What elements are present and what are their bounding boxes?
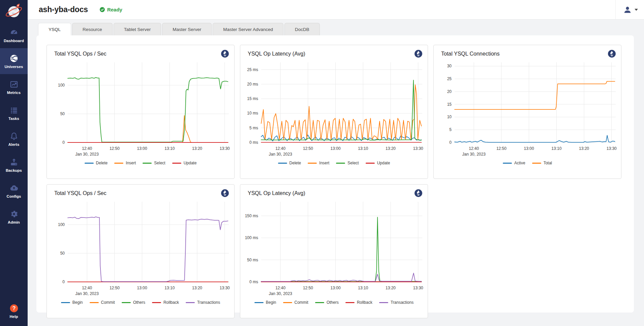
sidebar-item-alerts[interactable]: Alerts — [0, 126, 28, 152]
user-menu[interactable] — [615, 0, 638, 19]
svg-text:Jan 30, 2023: Jan 30, 2023 — [75, 152, 99, 157]
yugabyte-logo[interactable] — [0, 0, 28, 22]
sidebar-item-label: Metrics — [7, 91, 21, 95]
legend-item-active[interactable]: Active — [503, 161, 525, 165]
tab-tablet-server[interactable]: Tablet Server — [114, 23, 161, 35]
legend-item-others[interactable]: Others — [122, 300, 145, 305]
svg-text:13:30: 13:30 — [220, 286, 230, 290]
sidebar-item-metrics[interactable]: Metrics — [0, 74, 28, 100]
legend-swatch — [172, 163, 181, 164]
legend-label: Active — [514, 161, 525, 165]
legend-swatch — [532, 163, 541, 164]
svg-text:10: 10 — [447, 115, 452, 119]
svg-text:12:40: 12:40 — [275, 286, 285, 290]
legend-label: Insert — [126, 161, 136, 165]
legend-label: Delete — [289, 161, 301, 165]
tab-master-server[interactable]: Master Server — [162, 23, 212, 35]
legend-item-rollback[interactable]: Rollback — [345, 300, 372, 305]
svg-text:150 ms: 150 ms — [245, 214, 258, 218]
legend-label: Insert — [319, 161, 329, 165]
page-title: ash-yba-docs — [39, 5, 88, 14]
legend-swatch — [278, 163, 287, 164]
svg-text:Jan 30, 2023: Jan 30, 2023 — [269, 291, 292, 296]
svg-text:0 ms: 0 ms — [249, 280, 258, 284]
prometheus-icon[interactable] — [221, 189, 229, 197]
legend-item-total[interactable]: Total — [532, 161, 552, 165]
chart-legend: ActiveTotal — [434, 161, 621, 165]
legend-item-update[interactable]: Update — [172, 161, 197, 165]
legend-item-begin[interactable]: Begin — [254, 300, 276, 305]
prometheus-icon[interactable] — [414, 189, 423, 197]
legend-item-insert[interactable]: Insert — [308, 161, 329, 165]
tab-ysql[interactable]: YSQL — [38, 23, 71, 35]
legend-item-delete[interactable]: Delete — [85, 161, 108, 165]
sidebar-item-dashboard[interactable]: Dashboard — [0, 22, 28, 48]
legend-item-transactions[interactable]: Transactions — [379, 300, 413, 305]
sidebar-item-admin[interactable]: Admin — [0, 204, 28, 230]
svg-text:12:40: 12:40 — [82, 146, 92, 151]
sidebar-item-help[interactable]: ? Help — [0, 298, 28, 324]
svg-text:Jan 30, 2023: Jan 30, 2023 — [269, 152, 292, 157]
svg-text:13:00: 13:00 — [137, 146, 147, 151]
legend-label: Total — [544, 161, 552, 165]
prometheus-icon[interactable] — [608, 50, 616, 58]
legend-swatch — [366, 163, 375, 164]
legend-item-begin[interactable]: Begin — [61, 300, 83, 305]
chart-card-total-ysql-connections: Total YSQL Connections 05101520253012:40… — [433, 45, 621, 179]
legend-item-update[interactable]: Update — [366, 161, 390, 165]
globe-icon — [9, 54, 19, 63]
tab-resource[interactable]: Resource — [72, 23, 113, 35]
chart-canvas: 0 ms50 ms100 ms150 ms12:40Jan 30, 202312… — [240, 197, 428, 299]
svg-text:12:40: 12:40 — [469, 146, 479, 151]
legend-swatch — [85, 163, 94, 164]
chart-title: Total YSQL Ops / Sec — [47, 45, 234, 58]
sidebar-item-universes[interactable]: Universes — [0, 48, 28, 74]
legend-label: Rollback — [357, 300, 372, 305]
prometheus-icon[interactable] — [414, 50, 423, 58]
sidebar-item-label: Admin — [8, 220, 20, 224]
legend-item-transactions[interactable]: Transactions — [186, 300, 220, 305]
person-icon — [623, 5, 632, 14]
legend-label: Others — [327, 300, 339, 305]
svg-text:Jan 30, 2023: Jan 30, 2023 — [462, 152, 486, 157]
chart-icon — [9, 80, 19, 89]
sidebar-item-backups[interactable]: Backups — [0, 152, 28, 178]
prometheus-icon[interactable] — [221, 50, 229, 58]
sidebar-item-tasks[interactable]: Tasks — [0, 100, 28, 126]
svg-text:13:10: 13:10 — [164, 146, 175, 151]
legend-item-select[interactable]: Select — [143, 161, 165, 165]
legend-item-rollback[interactable]: Rollback — [152, 300, 179, 305]
tab-master-server-advanced[interactable]: Master Server Advanced — [213, 23, 283, 35]
chart-card-ysql-op-latency-transactions: YSQL Op Latency (Avg) 0 ms50 ms100 ms150… — [240, 184, 428, 318]
svg-text:0: 0 — [62, 280, 65, 284]
tab-docdb[interactable]: DocDB — [284, 23, 320, 35]
legend-label: Transactions — [197, 300, 220, 305]
sidebar-item-label: Backups — [6, 168, 22, 172]
legend-swatch — [90, 302, 99, 303]
svg-text:50: 50 — [60, 251, 65, 256]
list-icon — [9, 106, 19, 115]
svg-text:13:10: 13:10 — [551, 146, 561, 151]
legend-item-select[interactable]: Select — [336, 161, 359, 165]
svg-text:30: 30 — [447, 64, 452, 68]
svg-text:50: 50 — [60, 111, 65, 116]
svg-text:100: 100 — [58, 83, 65, 88]
legend-item-others[interactable]: Others — [315, 300, 339, 305]
cloud-icon — [9, 184, 19, 193]
legend-item-insert[interactable]: Insert — [114, 161, 136, 165]
svg-text:13:20: 13:20 — [192, 286, 202, 290]
svg-text:13:00: 13:00 — [331, 286, 341, 290]
legend-item-delete[interactable]: Delete — [278, 161, 301, 165]
svg-text:12:40: 12:40 — [275, 146, 285, 151]
chart-title: YSQL Op Latency (Avg) — [240, 45, 428, 58]
legend-swatch — [345, 302, 355, 303]
sidebar-item-configs[interactable]: Configs — [0, 178, 28, 204]
legend-item-commit[interactable]: Commit — [90, 300, 115, 305]
app-root: Dashboard Universes Metrics — [0, 0, 644, 326]
svg-text:100: 100 — [58, 222, 65, 227]
legend-swatch — [283, 302, 292, 303]
legend-label: Update — [184, 161, 197, 165]
legend-item-commit[interactable]: Commit — [283, 300, 308, 305]
sidebar-item-label: Configs — [7, 194, 21, 198]
svg-text:12:50: 12:50 — [303, 146, 313, 151]
